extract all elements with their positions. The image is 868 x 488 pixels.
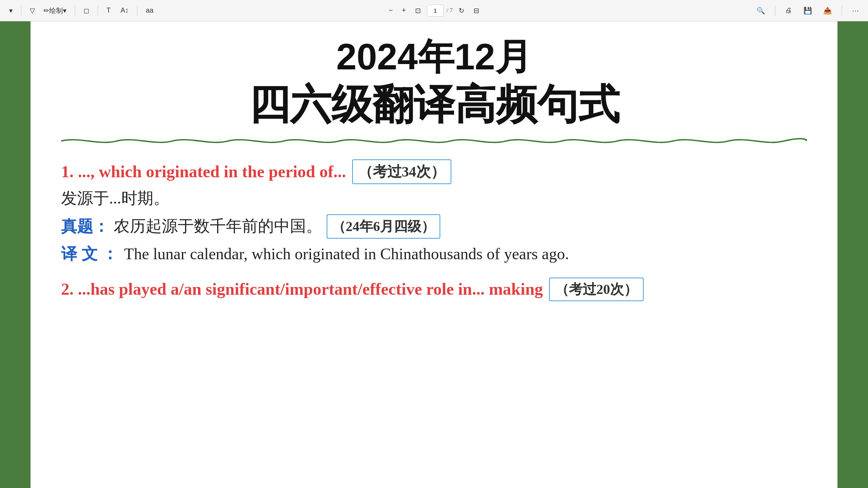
page-total: / 7: [447, 7, 453, 14]
divider-5: [775, 5, 775, 16]
main-area: 2024年12月 四六级翻译高频句式 1. ..., which origina…: [0, 21, 868, 488]
sentence-1-zhenti: 真题： 农历起源于数千年前的中国。 （24年6月四级）: [61, 214, 807, 239]
text-icon: T: [106, 6, 111, 14]
left-sidebar-bar: [0, 21, 31, 488]
divider-6: [842, 5, 842, 16]
zoom-out-button[interactable]: −: [386, 5, 396, 16]
search-icon: 🔍: [757, 6, 765, 15]
sentence-1-yiwen: 译 文 ： The lunar calendar, which originat…: [61, 242, 807, 266]
save-button[interactable]: 💾: [800, 5, 815, 16]
divider-3: [98, 5, 98, 16]
toolbar-center: − + ⊡ / 7 ↻ ⊟: [386, 5, 482, 17]
filter-icon-button[interactable]: ▽: [27, 5, 38, 16]
zhenti-badge: （24年6月四级）: [327, 214, 440, 239]
draw-chevron-icon: ▾: [63, 6, 66, 15]
sidebar-icon: ⊟: [473, 6, 479, 15]
draw-button[interactable]: ✏ 绘制 ▾: [40, 5, 69, 17]
sentence-1-pattern-text: 1. ..., which originated in the period o…: [61, 160, 346, 184]
divider-4: [137, 5, 137, 16]
zoom-in-button[interactable]: +: [399, 5, 409, 16]
zhenti-text: 农历起源于数千年前的中国。: [114, 214, 322, 238]
draw-label: 绘制: [49, 6, 63, 15]
text-button[interactable]: T: [103, 5, 114, 16]
document-title-line2: 四六级翻译高频句式: [61, 81, 807, 128]
wave-decoration: [61, 136, 807, 148]
zoom-out-icon: −: [389, 6, 393, 14]
right-sidebar-bar: [837, 21, 868, 488]
yiwen-text: The lunar calendar, which originated in …: [124, 242, 569, 266]
more-button[interactable]: ⋯: [849, 5, 862, 16]
sentence-1-block: 1. ..., which originated in the period o…: [61, 159, 807, 266]
eraser-icon: ◻: [84, 6, 89, 15]
aa-icon: aa: [146, 6, 153, 14]
zoom-in-icon: +: [402, 6, 406, 14]
sentence-2-pattern: 2. ...has played a/an significant/import…: [61, 278, 807, 301]
fit-page-button[interactable]: ⊡: [412, 5, 424, 16]
sentence-1-badge: （考过34次）: [352, 159, 451, 184]
export-button[interactable]: 📤: [820, 5, 835, 16]
sentence-2-badge: （考过20次）: [549, 278, 644, 301]
font-size-icon: A↕: [121, 6, 129, 14]
pencil-icon: ✏: [43, 6, 49, 15]
sentence-2-block: 2. ...has played a/an significant/import…: [61, 278, 807, 301]
sentence-1-pattern: 1. ..., which originated in the period o…: [61, 159, 807, 184]
search-button[interactable]: 🔍: [754, 5, 768, 16]
toolbar: ▾ ▽ ✏ 绘制 ▾ ◻ T A↕ aa −: [0, 0, 868, 21]
rotate-button[interactable]: ↻: [456, 5, 467, 16]
export-icon: 📤: [823, 6, 832, 15]
toolbar-left: ▾ ▽ ✏ 绘制 ▾ ◻ T A↕ aa: [6, 5, 381, 17]
eraser-button[interactable]: ◻: [81, 5, 92, 16]
sentence-1-translation: 发源于...时期。: [61, 186, 807, 210]
print-icon: 🖨: [785, 6, 792, 14]
page-number-input[interactable]: [427, 5, 444, 17]
save-icon: 💾: [804, 6, 812, 15]
fit-page-icon: ⊡: [415, 6, 421, 15]
toolbar-right: 🔍 🖨 💾 📤 ⋯: [487, 5, 862, 16]
chevron-down-button[interactable]: ▾: [6, 5, 16, 16]
chevron-down-icon: ▾: [9, 6, 13, 15]
more-icon: ⋯: [852, 6, 859, 15]
aa-button[interactable]: aa: [143, 5, 156, 16]
document-title-line1: 2024年12月: [61, 37, 807, 77]
draw-section: ▽ ✏ 绘制 ▾: [27, 5, 69, 17]
divider-2: [75, 5, 75, 16]
sentence-2-pattern-text: 2. ...has played a/an significant/import…: [61, 278, 543, 301]
font-size-button[interactable]: A↕: [118, 5, 132, 16]
sidebar-toggle-button[interactable]: ⊟: [470, 5, 482, 16]
divider-1: [21, 5, 21, 16]
document-area: 2024年12月 四六级翻译高频句式 1. ..., which origina…: [31, 21, 837, 488]
zhenti-label: 真题：: [61, 214, 109, 238]
yiwen-label: 译 文 ：: [61, 242, 118, 266]
filter-icon: ▽: [30, 6, 35, 15]
rotate-icon: ↻: [459, 6, 464, 15]
print-button[interactable]: 🖨: [782, 5, 795, 16]
